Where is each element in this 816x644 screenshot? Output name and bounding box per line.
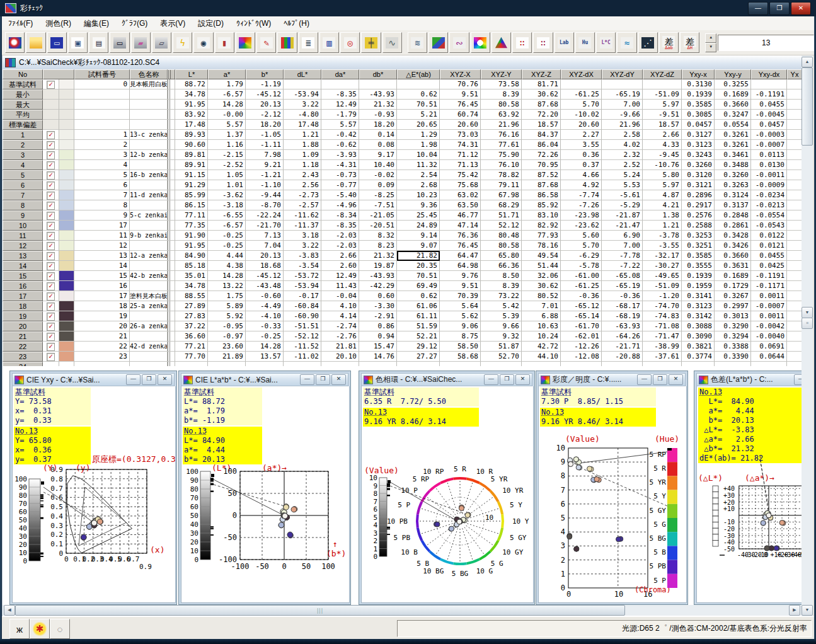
value-cell[interactable]: -0.77: [321, 180, 359, 190]
value-cell[interactable]: 1.01: [208, 180, 246, 190]
value-cell[interactable]: [359, 79, 397, 89]
value-cell[interactable]: 18.20: [246, 120, 284, 130]
scroll-split-handle[interactable]: ≡: [802, 318, 813, 329]
value-cell[interactable]: -71.47: [643, 331, 682, 342]
value-cell[interactable]: -0.0213: [751, 200, 787, 210]
value-cell[interactable]: 86.04: [522, 140, 561, 150]
checkbox-cell[interactable]: ✓: [43, 170, 59, 180]
value-cell[interactable]: [397, 79, 440, 89]
checkbox-cell[interactable]: ✓: [43, 281, 59, 291]
value-cell[interactable]: -51.09: [643, 281, 682, 291]
value-cell[interactable]: 2.56: [284, 180, 321, 190]
value-cell[interactable]: 0.0554: [715, 120, 751, 130]
maximize-button[interactable]: ❐: [769, 2, 790, 15]
value-cell[interactable]: -7.22: [602, 261, 643, 271]
sample-no-cell[interactable]: 13: [74, 251, 130, 261]
row-header[interactable]: 10: [3, 221, 43, 231]
value-cell[interactable]: 19.87: [359, 261, 397, 271]
column-header-XYZ-dZ[interactable]: XYZ-dZ: [643, 69, 682, 79]
value-cell[interactable]: 0.2588: [682, 221, 715, 231]
value-cell[interactable]: 77.93: [522, 231, 561, 241]
diff-h-button[interactable]: 差ΔH: [680, 32, 699, 53]
checkbox-cell[interactable]: ✓: [43, 221, 59, 231]
value-cell[interactable]: 4.14: [321, 311, 359, 321]
menu-item-5[interactable]: 設定(D): [192, 17, 230, 30]
value-cell[interactable]: -6.55: [208, 210, 246, 221]
spin-down-button[interactable]: ▼: [705, 43, 716, 52]
row-header[interactable]: 21: [3, 331, 43, 342]
row-checkbox[interactable]: ✓: [47, 242, 55, 250]
value-cell[interactable]: -0.25: [246, 331, 284, 342]
color-name-cell[interactable]: 26-a zenkai: [130, 321, 168, 331]
value-cell[interactable]: -52.12: [284, 331, 321, 342]
value-cell[interactable]: 58.68: [440, 352, 481, 362]
column-header-a*[interactable]: a*: [208, 69, 246, 79]
value-cell[interactable]: 20.65: [397, 120, 440, 130]
value-cell[interactable]: 17.48: [284, 120, 321, 130]
value-cell[interactable]: 21.96: [481, 120, 522, 130]
value-cell[interactable]: 10.40: [359, 160, 397, 170]
menu-item-0[interactable]: ﾌｧｲﾙ(F): [2, 18, 39, 29]
color-name-cell[interactable]: [130, 180, 168, 190]
value-cell[interactable]: 80.58: [481, 241, 522, 251]
value-cell[interactable]: -61.00: [561, 271, 602, 281]
value-cell[interactable]: 21.32: [359, 100, 397, 110]
window-value-chroma-close-button[interactable]: ✕: [669, 374, 683, 385]
value-cell[interactable]: 0.3488: [715, 160, 751, 170]
value-cell[interactable]: 14.28: [208, 100, 246, 110]
sample-no-cell[interactable]: 19: [74, 311, 130, 321]
value-cell[interactable]: 8.39: [481, 281, 522, 291]
value-cell[interactable]: -49.65: [643, 271, 682, 281]
value-cell[interactable]: 7.13: [246, 231, 284, 241]
value-cell[interactable]: -1.79: [321, 110, 359, 120]
value-cell[interactable]: -60.84: [284, 301, 321, 311]
value-cell[interactable]: -3.55: [643, 241, 682, 251]
value-cell[interactable]: 4.92: [561, 180, 602, 190]
value-cell[interactable]: 15.47: [359, 342, 397, 352]
value-cell[interactable]: [284, 79, 321, 89]
value-cell[interactable]: 2.54: [397, 170, 440, 180]
value-cell[interactable]: -51.09: [643, 89, 682, 100]
value-cell[interactable]: -23.62: [561, 221, 602, 231]
column-header-da*[interactable]: da*: [321, 69, 359, 79]
value-cell[interactable]: 70.76: [440, 79, 481, 89]
value-cell[interactable]: -1.05: [246, 130, 284, 140]
value-cell[interactable]: [208, 362, 246, 366]
value-cell[interactable]: 46.77: [440, 210, 481, 221]
checkbox-cell[interactable]: ✓: [43, 140, 59, 150]
value-cell[interactable]: 0.3255: [715, 79, 751, 89]
value-cell[interactable]: 10.23: [397, 190, 440, 200]
color-name-cell[interactable]: 25-a zenkai: [130, 301, 168, 311]
scroll-down-button[interactable]: ▼: [802, 605, 813, 616]
red-pen-button[interactable]: ✎: [256, 32, 276, 53]
value-cell[interactable]: -43.93: [359, 89, 397, 100]
row-checkbox[interactable]: ✓: [47, 171, 55, 180]
value-cell[interactable]: 71.13: [440, 160, 481, 170]
window-cie-lab-minimize-button[interactable]: —: [300, 374, 314, 385]
value-cell[interactable]: -21.87: [602, 210, 643, 221]
sample-no-cell[interactable]: 2: [74, 140, 130, 150]
window-color-difference[interactable]: 色差(L*a*b*) - C:...—❐✕No.13 L*= 84.90 a*=…: [694, 371, 813, 605]
diff-ab-button[interactable]: 差Δab: [659, 32, 679, 53]
sample-no-cell[interactable]: [74, 120, 130, 130]
value-cell[interactable]: 78.16: [522, 241, 561, 251]
value-cell[interactable]: 0.1939: [682, 271, 715, 281]
value-cell[interactable]: 89.91: [175, 160, 208, 170]
value-cell[interactable]: 2.43: [284, 170, 321, 180]
value-cell[interactable]: 89.93: [175, 130, 208, 140]
value-cell[interactable]: 9.06: [440, 321, 481, 331]
window-cie-lab-close-button[interactable]: ✕: [331, 374, 346, 385]
value-cell[interactable]: 91.95: [175, 100, 208, 110]
value-cell[interactable]: 1.05: [208, 170, 246, 180]
value-cell[interactable]: 76.45: [440, 241, 481, 251]
value-cell[interactable]: -2.12: [246, 110, 284, 120]
row-header[interactable]: 23: [3, 352, 43, 362]
value-cell[interactable]: 12.49: [321, 271, 359, 281]
sample-no-cell[interactable]: 20: [74, 321, 130, 331]
value-cell[interactable]: 0.3123: [682, 140, 715, 150]
value-cell[interactable]: 66.36: [481, 261, 522, 271]
value-cell[interactable]: [246, 362, 284, 366]
value-cell[interactable]: 58.50: [440, 342, 481, 352]
value-cell[interactable]: 87.68: [522, 100, 561, 110]
row-header[interactable]: 平均: [3, 110, 43, 120]
